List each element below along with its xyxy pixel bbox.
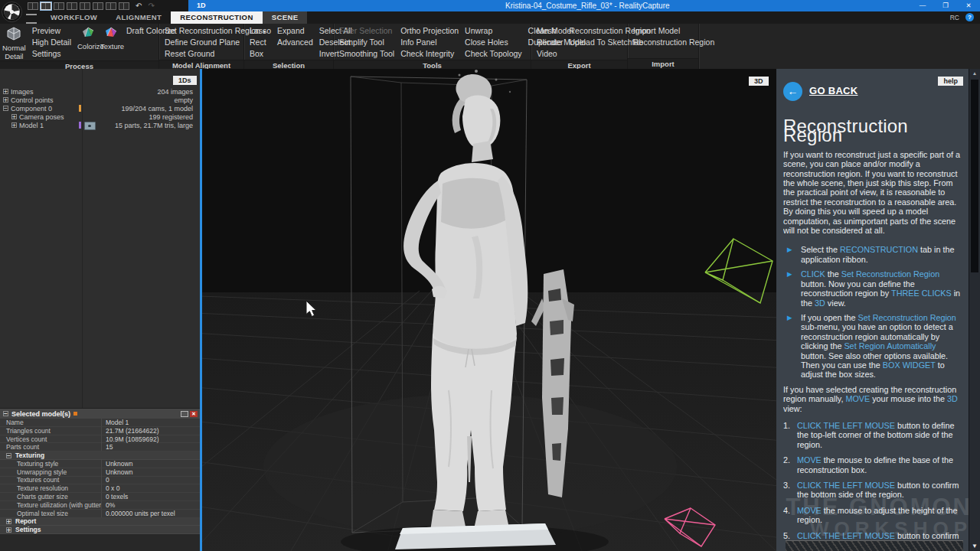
ribbon-button-rect[interactable]: Rect	[250, 37, 271, 48]
layout-icon-quad-pane[interactable]	[93, 2, 103, 10]
collapse-icon[interactable]: −	[3, 411, 8, 416]
layout-icon-two-pane-vertical[interactable]	[41, 2, 51, 10]
close-icon[interactable]: ✕	[190, 411, 198, 417]
minimize-button[interactable]: —	[911, 0, 934, 11]
tree-row-images[interactable]: +Images204 images	[0, 87, 200, 96]
layout-icon-mixed-pane[interactable]	[106, 2, 116, 10]
layout-icon-grid-pane[interactable]	[119, 2, 129, 10]
status-marker	[79, 122, 81, 129]
expander-icon[interactable]: +	[3, 89, 8, 94]
help-link[interactable]: BOX WIDGET	[883, 360, 936, 370]
ribbon-button-texture[interactable]: Texture	[100, 25, 123, 51]
help-link[interactable]: Set Reconstruction Region	[858, 313, 956, 322]
scroll-down-icon[interactable]: ▼	[969, 543, 980, 549]
ribbon-button-import-reconstruction-region[interactable]: Reconstruction Region	[633, 37, 714, 48]
ribbon-button-render[interactable]: Render	[537, 37, 563, 48]
ribbon-button-advanced[interactable]: Advanced	[277, 37, 313, 48]
ribbon-button-high-detail[interactable]: High Detail	[32, 37, 71, 48]
visibility-icon[interactable]	[84, 122, 96, 130]
dock-icon[interactable]	[181, 411, 188, 417]
help-link[interactable]: MOVE	[797, 506, 822, 515]
expander-icon[interactable]: +	[3, 97, 8, 103]
layout-icon-list-pane[interactable]	[67, 2, 77, 10]
help-link[interactable]: MOVE	[797, 455, 822, 465]
property-key: Triangles count	[0, 427, 102, 435]
redo-icon[interactable]: ↷	[148, 2, 154, 10]
layout-icon-two-pane[interactable]	[54, 2, 64, 10]
viewport-3d-tab[interactable]: 3D	[749, 77, 769, 86]
help-link[interactable]: CLICK THE LEFT MOUSE	[797, 421, 895, 430]
close-button[interactable]: ✕	[957, 0, 980, 11]
expander-icon[interactable]: +	[11, 122, 17, 128]
tree-row-model-1[interactable]: +Model 115 parts, 21.7M tris, large	[0, 121, 200, 129]
help-link[interactable]: CLICK THE LEFT MOUSE	[797, 481, 895, 490]
ribbon-button-check-topology[interactable]: Check Topology	[465, 48, 522, 60]
help-panel-tab[interactable]: help	[938, 77, 963, 86]
ribbon-button-video[interactable]: Video	[537, 48, 563, 60]
ribbon-button-unwrap[interactable]: Unwrap	[465, 25, 522, 37]
ribbon-group-tools: Filter Selection Simplify Tool Smoothing…	[334, 24, 531, 69]
tree-row-camera-poses[interactable]: +Camera poses199 registered	[0, 112, 200, 121]
property-row: NameModel 1	[0, 419, 200, 427]
tree-row-component-0[interactable]: −Component 0199/204 cams, 1 model	[0, 104, 200, 112]
ribbon-button-colorize[interactable]: Colorize	[77, 25, 100, 51]
help-link[interactable]: CLICK THE LEFT MOUSE	[797, 531, 895, 540]
menu-icon[interactable]	[26, 14, 37, 24]
expander-icon[interactable]: +	[6, 519, 11, 524]
tab-alignment[interactable]: ALIGNMENT	[106, 11, 171, 24]
ribbon-button-info-panel[interactable]: Info Panel	[400, 37, 459, 48]
layout-icon-single-pane[interactable]	[28, 2, 38, 10]
expander-icon[interactable]: −	[6, 453, 11, 458]
help-link[interactable]: RECONSTRUCTION	[840, 245, 918, 254]
go-back-link[interactable]: ← GO BACK	[783, 82, 858, 101]
ribbon-button-expand[interactable]: Expand	[277, 25, 313, 37]
ribbon-button-close-holes[interactable]: Close Holes	[465, 37, 522, 48]
tree-row-control-points[interactable]: +Control pointsempty	[0, 96, 200, 104]
tab-scene[interactable]: SCENE	[263, 11, 308, 24]
expander-icon[interactable]: −	[3, 106, 8, 111]
ribbon-button-normal-detail[interactable]: Normal Detail	[2, 25, 26, 60]
ribbon-button-smoothing-tool[interactable]: Smoothing Tool	[339, 48, 394, 60]
property-value: 0 texels	[102, 493, 200, 500]
ribbon-button-check-integrity[interactable]: Check Integrity	[400, 48, 459, 60]
help-scrollbar[interactable]: ▲ ▼	[969, 69, 980, 551]
ribbon-button-settings[interactable]: Settings	[32, 48, 71, 60]
ribbon-button-ortho-projection[interactable]: Ortho Projection	[400, 25, 459, 37]
props-section-texturing[interactable]: −Texturing	[0, 452, 200, 460]
ribbon-button-import-model[interactable]: Import Model	[633, 25, 714, 37]
scrollbar-thumb[interactable]	[971, 80, 978, 272]
status-marker	[79, 105, 81, 112]
viewport-3d[interactable]: 3D	[202, 69, 776, 551]
help-link[interactable]: CLICK	[801, 269, 825, 279]
tree-item-label: Images	[11, 88, 34, 96]
selected-model-header[interactable]: − Selected model(s) ✕	[0, 409, 200, 419]
scroll-up-icon[interactable]: ▲	[969, 70, 980, 76]
help-link[interactable]: Set Reconstruction Region	[841, 269, 939, 279]
help-link[interactable]: MOVE	[845, 394, 870, 403]
undo-icon[interactable]: ↶	[136, 2, 142, 10]
props-section-report[interactable]: +Report	[0, 518, 200, 527]
tab-reconstruction[interactable]: RECONSTRUCTION	[171, 11, 262, 24]
ribbon-button-simplify-tool[interactable]: Simplify Tool	[339, 37, 394, 48]
expander-icon[interactable]: +	[11, 114, 17, 119]
selected-model-panel: − Selected model(s) ✕ NameModel 1Triangl…	[0, 408, 200, 535]
help-link[interactable]: 3D	[947, 394, 958, 403]
tab-workflow[interactable]: WORKFLOW	[41, 11, 106, 24]
viewport-canvas[interactable]	[202, 69, 776, 551]
help-link[interactable]: 3D	[815, 298, 825, 308]
help-link[interactable]: THREE CLICKS	[891, 289, 952, 298]
ribbon-button-box[interactable]: Box	[250, 48, 271, 60]
props-section-settings[interactable]: +Settings	[0, 526, 200, 534]
expander-icon[interactable]: +	[6, 527, 11, 533]
layout-icon-split-pane[interactable]	[80, 2, 90, 10]
property-row: Texture utilization (with gutter)0%	[0, 501, 200, 510]
ribbon-button-mesh[interactable]: Mesh	[537, 25, 563, 37]
panel-splitter[interactable]	[200, 69, 202, 551]
tree-view-tab[interactable]: 1Ds	[173, 76, 197, 85]
help-icon[interactable]: ?	[965, 13, 974, 21]
restore-button[interactable]: ❐	[934, 0, 957, 11]
ribbon-button-preview[interactable]: Preview	[32, 25, 71, 37]
ribbon-button-filter-selection[interactable]: Filter Selection	[339, 25, 394, 37]
ribbon-button-lasso[interactable]: Lasso	[250, 25, 271, 37]
help-link[interactable]: Set Region Automatically	[844, 341, 936, 350]
